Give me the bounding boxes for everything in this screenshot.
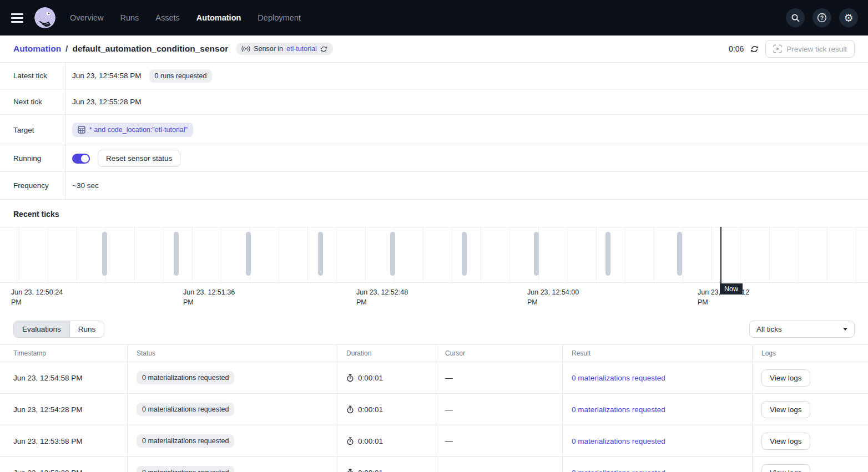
chevron-down-icon <box>843 328 847 331</box>
menu-icon[interactable] <box>11 12 27 24</box>
top-nav: Overview Runs Assets Automation Deployme… <box>0 0 868 35</box>
tick-bar[interactable] <box>318 232 323 276</box>
ticks-view-segmented-control: Evaluations Runs <box>13 321 104 338</box>
table-row: Jun 23, 12:53:28 PM 0 materializations r… <box>0 457 868 472</box>
refresh-button[interactable] <box>750 45 759 53</box>
help-button[interactable]: ? <box>813 8 831 27</box>
table-row: Jun 23, 12:54:28 PM 0 materializations r… <box>0 394 868 425</box>
tick-bar[interactable] <box>174 232 179 276</box>
col-duration: Duration <box>337 345 436 362</box>
nav-item-automation[interactable]: Automation <box>196 13 241 22</box>
status-badge: 0 materializations requested <box>137 403 234 416</box>
running-toggle[interactable] <box>72 154 90 164</box>
preview-tick-result-button[interactable]: Preview tick result <box>765 40 855 58</box>
recent-ticks-heading: Recent ticks <box>0 200 868 227</box>
col-cursor: Cursor <box>436 345 563 362</box>
nav-item-runs[interactable]: Runs <box>120 13 139 22</box>
nav-item-assets[interactable]: Assets <box>155 13 180 22</box>
page-header: Automation / default_automation_conditio… <box>0 35 868 63</box>
table-header-row: Timestamp Status Duration Cursor Result … <box>0 345 868 362</box>
dagster-logo[interactable] <box>34 7 55 28</box>
timeline-axis-label: Jun 23, 12:51:36PM <box>183 287 235 307</box>
page-title: default_automation_condition_sensor <box>72 44 228 54</box>
view-logs-button[interactable]: View logs <box>761 401 810 418</box>
tick-bar[interactable] <box>102 232 107 276</box>
tick-duration: 0:00:01 <box>358 437 383 445</box>
tick-duration: 0:00:01 <box>358 405 383 414</box>
running-label: Running <box>0 145 65 171</box>
tick-bar[interactable] <box>246 232 251 276</box>
timeline-axis-label: Jun 23, 12:54:00PM <box>527 287 579 307</box>
sensor-location-badge: Sensor in etl-tutorial <box>236 43 333 55</box>
view-logs-button[interactable]: View logs <box>761 433 810 450</box>
runs-requested-badge: 0 runs requested <box>149 69 213 83</box>
tab-runs[interactable]: Runs <box>70 321 104 337</box>
tab-evaluations[interactable]: Evaluations <box>14 321 70 337</box>
tick-result-link[interactable]: 0 materializations requested <box>572 405 665 414</box>
tick-bar[interactable] <box>462 232 467 276</box>
tick-bar[interactable] <box>605 232 610 276</box>
ticks-toolbar: Evaluations Runs All ticks <box>0 313 868 344</box>
latest-tick-row: Latest tick Jun 23, 12:54:58 PM 0 runs r… <box>0 63 868 89</box>
ticks-timeline: Jun 23, 12:50:24PMJun 23, 12:51:36PMJun … <box>0 227 868 313</box>
next-tick-value: Jun 23, 12:55:28 PM <box>72 98 142 106</box>
tick-timestamp: Jun 23, 12:54:58 PM <box>0 362 128 393</box>
view-logs-button[interactable]: View logs <box>761 369 810 387</box>
next-tick-row: Next tick Jun 23, 12:55:28 PM <box>0 89 868 115</box>
svg-text:?: ? <box>820 15 824 21</box>
nav-item-overview[interactable]: Overview <box>70 13 103 22</box>
code-location-link[interactable]: etl-tutorial <box>286 45 317 53</box>
stopwatch-icon <box>346 469 354 472</box>
frequency-label: Frequency <box>0 172 65 199</box>
breadcrumb-automation-link[interactable]: Automation <box>13 44 61 54</box>
running-row: Running Reset sensor status <box>0 145 868 172</box>
tick-bar[interactable] <box>677 232 682 276</box>
search-button[interactable] <box>786 8 805 27</box>
tick-timestamp: Jun 23, 12:53:58 PM <box>0 425 128 456</box>
sensor-icon <box>241 45 250 52</box>
search-icon <box>791 13 800 23</box>
breadcrumb-separator: / <box>65 44 68 54</box>
settings-button[interactable]: ⚙ <box>839 8 858 27</box>
tick-bar[interactable] <box>390 232 395 276</box>
stopwatch-icon <box>346 437 354 445</box>
sensor-details: Latest tick Jun 23, 12:54:58 PM 0 runs r… <box>0 63 868 200</box>
tick-result-link[interactable]: 0 materializations requested <box>572 469 665 472</box>
next-tick-label: Next tick <box>0 89 65 114</box>
asset-selection-icon <box>78 126 85 134</box>
tick-status-filter-dropdown[interactable]: All ticks <box>749 321 855 338</box>
timeline-axis-label: Jun 23, 12:50:24PM <box>11 287 63 307</box>
target-selection-link[interactable]: * and code_location:"etl-tutorial" <box>72 123 193 137</box>
nav-item-deployment[interactable]: Deployment <box>258 13 300 22</box>
status-badge: 0 materializations requested <box>137 466 234 472</box>
target-label: Target <box>0 115 65 145</box>
nav-menu: Overview Runs Assets Automation Deployme… <box>70 13 301 22</box>
status-badge: 0 materializations requested <box>137 371 234 384</box>
evaluations-table: Timestamp Status Duration Cursor Result … <box>0 344 868 472</box>
col-result: Result <box>563 345 753 362</box>
refresh-icon[interactable] <box>320 45 327 53</box>
sensor-badge-label: Sensor in <box>254 45 283 53</box>
target-row: Target * and code_location:"etl-tutorial… <box>0 115 868 145</box>
col-timestamp: Timestamp <box>0 345 128 362</box>
tick-timestamp: Jun 23, 12:53:28 PM <box>0 457 128 472</box>
tick-result-link[interactable]: 0 materializations requested <box>572 374 665 382</box>
tick-bar[interactable] <box>534 232 539 276</box>
reset-sensor-status-button[interactable]: Reset sensor status <box>98 150 180 167</box>
tick-cursor: — <box>436 457 563 472</box>
now-marker-line <box>720 227 721 284</box>
gear-icon: ⚙ <box>844 13 853 23</box>
stopwatch-icon <box>346 405 354 414</box>
view-logs-button[interactable]: View logs <box>761 464 810 472</box>
stopwatch-icon <box>346 374 354 382</box>
refresh-countdown: 0:06 <box>729 44 744 53</box>
preview-icon <box>773 44 782 53</box>
tick-result-link[interactable]: 0 materializations requested <box>572 437 665 445</box>
timeline-plot <box>0 227 868 283</box>
col-logs: Logs <box>753 345 868 362</box>
help-icon: ? <box>817 13 827 23</box>
status-badge: 0 materializations requested <box>137 434 234 448</box>
table-row: Jun 23, 12:54:58 PM 0 materializations r… <box>0 362 868 394</box>
frequency-value: ~30 sec <box>72 181 99 190</box>
latest-tick-label: Latest tick <box>0 63 65 89</box>
